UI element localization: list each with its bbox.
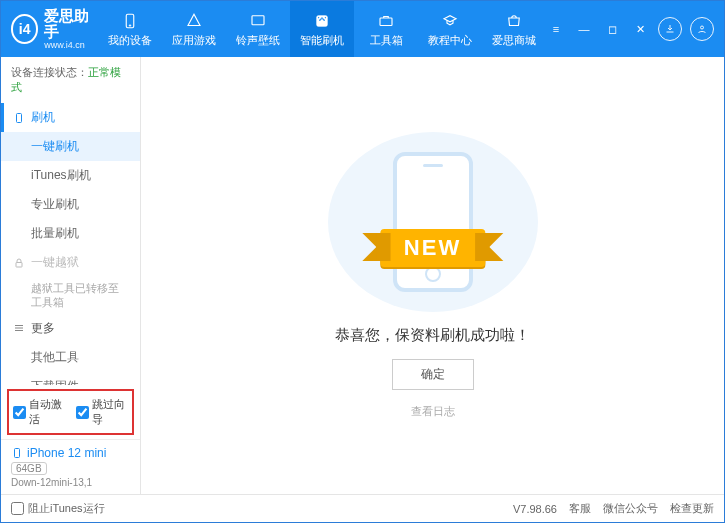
app-name: 爱思助手 [44, 8, 98, 41]
chk-label: 阻止iTunes运行 [28, 501, 105, 516]
connected-device[interactable]: iPhone 12 mini 64GB Down-12mini-13,1 [1, 439, 140, 494]
sidebar-item-oneclick-flash[interactable]: 一键刷机 [1, 132, 140, 161]
sidebar-group-flash[interactable]: 刷机 [1, 103, 140, 132]
main-content: NEW 恭喜您，保资料刷机成功啦！ 确定 查看日志 [141, 57, 724, 494]
app-url: www.i4.cn [44, 41, 98, 51]
sidebar-item-batch-flash[interactable]: 批量刷机 [1, 219, 140, 248]
new-ribbon: NEW [380, 229, 485, 267]
svg-rect-6 [17, 113, 22, 122]
success-illustration: NEW [328, 132, 538, 312]
flash-options-highlighted: 自动激活 跳过向导 [7, 389, 134, 435]
nav-label: 智能刷机 [300, 33, 344, 48]
group-label: 刷机 [31, 109, 55, 126]
phone-icon [11, 447, 23, 459]
sidebar-item-itunes-flash[interactable]: iTunes刷机 [1, 161, 140, 190]
nav-store[interactable]: 爱思商城 [482, 1, 546, 57]
svg-rect-4 [380, 18, 392, 26]
nav-label: 我的设备 [108, 33, 152, 48]
group-label: 一键越狱 [31, 254, 79, 271]
nav-label: 铃声壁纸 [236, 33, 280, 48]
nav-my-device[interactable]: 我的设备 [98, 1, 162, 57]
svg-rect-8 [15, 449, 20, 458]
status-label: 设备连接状态： [11, 66, 88, 78]
nav-toolbox[interactable]: 工具箱 [354, 1, 418, 57]
phone-graphic [393, 152, 473, 292]
nav-smart-flash[interactable]: 智能刷机 [290, 1, 354, 57]
lock-icon [13, 257, 25, 269]
sidebar-item-other-tools[interactable]: 其他工具 [1, 343, 140, 372]
logo-icon: i4 [11, 14, 38, 44]
nav-tutorials[interactable]: 教程中心 [418, 1, 482, 57]
block-itunes-input[interactable] [11, 502, 24, 515]
phone-icon [13, 112, 25, 124]
group-label: 更多 [31, 320, 55, 337]
nav-label: 爱思商城 [492, 33, 536, 48]
apps-icon [184, 11, 204, 31]
flash-icon [312, 11, 332, 31]
window-controls: ≡ — ◻ ✕ [546, 17, 714, 41]
footer-link-wechat[interactable]: 微信公众号 [603, 501, 658, 516]
device-name-label: iPhone 12 mini [27, 446, 106, 460]
svg-point-5 [701, 26, 704, 29]
footer: 阻止iTunes运行 V7.98.66 客服 微信公众号 检查更新 [1, 494, 724, 522]
maximize-icon[interactable]: ◻ [602, 19, 622, 39]
download-icon[interactable] [658, 17, 682, 41]
chk-label: 自动激活 [29, 397, 66, 427]
sidebar-group-more[interactable]: 更多 [1, 314, 140, 343]
device-icon [120, 11, 140, 31]
sidebar-item-download-firmware[interactable]: 下载固件 [1, 372, 140, 385]
close-icon[interactable]: ✕ [630, 19, 650, 39]
device-extra-info: Down-12mini-13,1 [11, 477, 130, 488]
nav-label: 教程中心 [428, 33, 472, 48]
sidebar-group-jailbreak: 一键越狱 [1, 248, 140, 277]
device-storage-badge: 64GB [11, 462, 47, 475]
store-icon [504, 11, 524, 31]
footer-link-update[interactable]: 检查更新 [670, 501, 714, 516]
minimize-icon[interactable]: — [574, 19, 594, 39]
nav-label: 应用游戏 [172, 33, 216, 48]
svg-point-1 [129, 24, 131, 26]
connection-status: 设备连接状态：正常模式 [1, 57, 140, 103]
nav-label: 工具箱 [370, 33, 403, 48]
block-itunes-checkbox[interactable]: 阻止iTunes运行 [11, 501, 105, 516]
skip-guide-input[interactable] [76, 406, 89, 419]
list-icon [13, 322, 25, 334]
tutorial-icon [440, 11, 460, 31]
app-logo: i4 爱思助手 www.i4.cn [11, 8, 98, 51]
nav-apps-games[interactable]: 应用游戏 [162, 1, 226, 57]
nav-ringtones[interactable]: 铃声壁纸 [226, 1, 290, 57]
main-nav: 我的设备 应用游戏 铃声壁纸 智能刷机 工具箱 教程中心 [98, 1, 546, 57]
auto-activate-input[interactable] [13, 406, 26, 419]
svg-rect-2 [252, 15, 264, 24]
sidebar: 设备连接状态：正常模式 刷机 一键刷机 iTunes刷机 专业刷机 批量刷机 一… [1, 57, 141, 494]
sidebar-item-pro-flash[interactable]: 专业刷机 [1, 190, 140, 219]
view-log-link[interactable]: 查看日志 [411, 404, 455, 419]
footer-link-support[interactable]: 客服 [569, 501, 591, 516]
ok-button[interactable]: 确定 [392, 359, 474, 390]
version-label: V7.98.66 [513, 503, 557, 515]
user-icon[interactable] [690, 17, 714, 41]
success-message: 恭喜您，保资料刷机成功啦！ [335, 326, 530, 345]
titlebar: i4 爱思助手 www.i4.cn 我的设备 应用游戏 铃声壁纸 智能刷机 [1, 1, 724, 57]
chk-label: 跳过向导 [92, 397, 129, 427]
skip-guide-checkbox[interactable]: 跳过向导 [76, 397, 129, 427]
menu-icon[interactable]: ≡ [546, 19, 566, 39]
jailbreak-note: 越狱工具已转移至工具箱 [1, 277, 140, 314]
toolbox-icon [376, 11, 396, 31]
wallpaper-icon [248, 11, 268, 31]
svg-rect-7 [16, 262, 22, 267]
auto-activate-checkbox[interactable]: 自动激活 [13, 397, 66, 427]
